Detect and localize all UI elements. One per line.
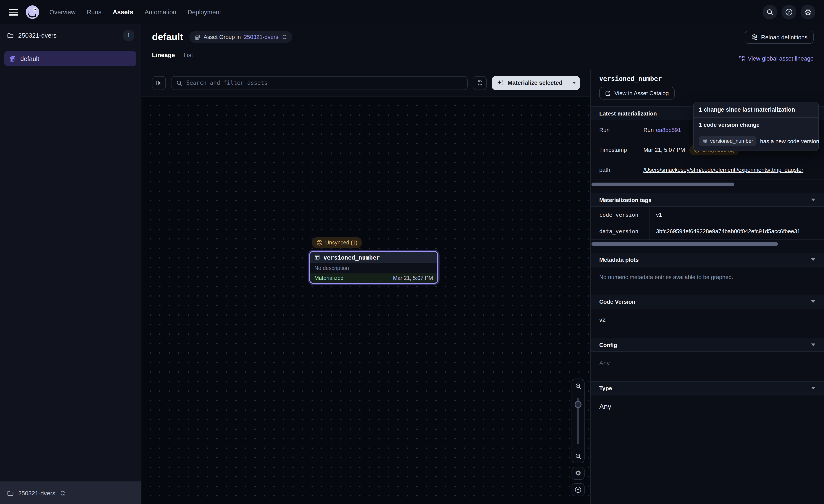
horizontal-scrollbar[interactable] (592, 182, 734, 186)
reload-definitions-button[interactable]: Reload definitions (744, 31, 814, 44)
asset-chip: versioned_number (699, 136, 757, 146)
lineage-toolbar: Materialize selected (141, 70, 590, 97)
chevron-down-icon (811, 258, 815, 261)
asset-group-pill-text: Asset Group in (204, 34, 241, 40)
top-nav: Overview Runs Assets Automation Deployme… (0, 0, 824, 24)
asset-group-pill-link[interactable]: 250321-dvers (244, 34, 278, 40)
asset-search-box (171, 76, 468, 90)
nav-item-deployment[interactable]: Deployment (188, 9, 221, 16)
nav-item-assets[interactable]: Assets (113, 9, 133, 16)
folder-icon (7, 32, 14, 39)
main-area: default Asset Group in 250321-dvers (141, 24, 824, 504)
tab-lineage[interactable]: Lineage (152, 51, 175, 58)
view-global-lineage-label: View global asset lineage (748, 55, 814, 62)
table-row: data_version 3bfc269594ef649228e9a74bab0… (591, 223, 824, 240)
settings-button[interactable]: ⚙ (801, 5, 815, 19)
expand-panel-button[interactable] (152, 76, 166, 90)
tag-key: code_version (591, 207, 650, 223)
graph-settings-button[interactable]: ⚙ (572, 467, 585, 480)
asset-group-icon (9, 55, 16, 62)
tab-list[interactable]: List (184, 51, 193, 58)
lineage-region: Materialize selected (141, 70, 590, 504)
download-icon (575, 486, 582, 493)
zoom-slider[interactable] (572, 393, 584, 449)
sidebar-item-default[interactable]: default (4, 51, 136, 66)
reload-cube-icon (751, 34, 757, 41)
main-nav: Overview Runs Assets Automation Deployme… (49, 9, 221, 16)
page-header: default Asset Group in 250321-dvers (141, 24, 824, 69)
section-code-version[interactable]: Code Version (591, 295, 824, 308)
chevron-down-icon (811, 344, 815, 346)
path-link[interactable]: /Users/smackesey/stm/code/elementl/exper… (643, 166, 803, 173)
sync-icon[interactable] (60, 490, 66, 496)
node-materialized-status: Materialized (314, 275, 343, 281)
nav-item-runs[interactable]: Runs (87, 9, 102, 16)
download-graph-button[interactable] (572, 483, 585, 496)
page-title: default (152, 31, 183, 43)
lineage-canvas[interactable]: Unsynced (1) versioned_number No descrip… (141, 97, 590, 504)
materialize-selected-button[interactable]: Materialize selected (492, 76, 568, 90)
tag-value: 3bfc269594ef649228e9a74bab00f042efc91d5a… (650, 223, 824, 239)
external-link-icon (605, 90, 611, 96)
view-in-asset-catalog-button[interactable]: View in Asset Catalog (599, 87, 675, 100)
run-id-link[interactable]: ea8bb591 (656, 127, 681, 133)
nav-item-automation[interactable]: Automation (144, 9, 177, 16)
search-icon (176, 80, 182, 86)
asset-group-pill: Asset Group in 250321-dvers (189, 31, 292, 43)
materialize-sparkle-icon (497, 80, 504, 86)
footer-repo-label: 250321-dvers (18, 490, 55, 496)
search-button[interactable] (762, 5, 777, 19)
timestamp-value: Mar 21, 5:07 PM (643, 147, 685, 153)
refresh-graph-button[interactable] (473, 76, 487, 90)
section-materialization-tags[interactable]: Materialization tags (591, 193, 824, 207)
zoom-in-icon (575, 383, 581, 389)
code-version-value: v2 (591, 308, 824, 331)
help-button[interactable]: ? (782, 5, 796, 19)
tooltip-subtitle: 1 code version change (694, 117, 818, 132)
gear-icon: ⚙ (575, 470, 581, 477)
zoom-in-button[interactable] (572, 379, 584, 393)
materialization-tags-table: code_version v1 data_version 3bfc269594e… (591, 207, 824, 240)
node-description: No description (310, 263, 437, 273)
view-tabs: Lineage List (152, 51, 814, 58)
row-label: path (591, 160, 637, 179)
asset-node-versioned-number[interactable]: versioned_number No description Material… (309, 251, 438, 284)
materialize-selected-split-button: Materialize selected (492, 76, 580, 90)
zoom-out-button[interactable] (572, 449, 584, 463)
metadata-plots-empty-text: No numeric metadata entries available to… (591, 266, 824, 288)
row-label: Timestamp (591, 140, 637, 160)
sidebar-group-label: 250321-dvers (18, 32, 119, 39)
dagster-app: Overview Runs Assets Automation Deployme… (0, 0, 824, 504)
node-unsynced-badge[interactable]: Unsynced (1) (312, 237, 362, 248)
svg-text:?: ? (788, 10, 790, 14)
tag-key: data_version (591, 223, 650, 239)
section-type[interactable]: Type (591, 381, 824, 395)
view-global-lineage-link[interactable]: View global asset lineage (739, 55, 814, 62)
panel-toggle-icon (156, 80, 163, 86)
unsynced-sync-icon (316, 240, 323, 246)
zoom-slider-thumb[interactable] (575, 401, 582, 408)
tooltip-suffix: has a new code version (760, 138, 819, 144)
node-materialized-timestamp: Mar 21, 5:07 PM (393, 275, 433, 281)
dagster-logo (25, 5, 40, 19)
chevron-down-icon (811, 199, 815, 201)
section-metadata-plots[interactable]: Metadata plots (591, 253, 824, 266)
sidebar-footer-repo[interactable]: 250321-dvers (0, 482, 141, 504)
table-row: path /Users/smackesey/stm/code/elementl/… (591, 160, 824, 180)
horizontal-scrollbar[interactable] (592, 242, 778, 246)
nav-item-overview[interactable]: Overview (49, 9, 76, 16)
search-input[interactable] (186, 80, 462, 86)
sync-icon[interactable] (281, 34, 287, 40)
search-icon (766, 9, 774, 16)
asset-group-icon (194, 34, 200, 40)
sidebar-group-count: 1 (123, 30, 134, 41)
sidebar-group-row[interactable]: 250321-dvers 1 (0, 24, 141, 47)
caret-down-icon (572, 82, 576, 84)
folder-icon (7, 490, 14, 496)
sync-icon (477, 80, 483, 86)
hamburger-menu-icon[interactable] (9, 9, 18, 16)
section-config[interactable]: Config (591, 338, 824, 352)
materialize-dropdown-button[interactable] (568, 76, 580, 90)
run-value-prefix: Run (643, 127, 654, 133)
panel-asset-title: versioned_number (599, 75, 815, 83)
